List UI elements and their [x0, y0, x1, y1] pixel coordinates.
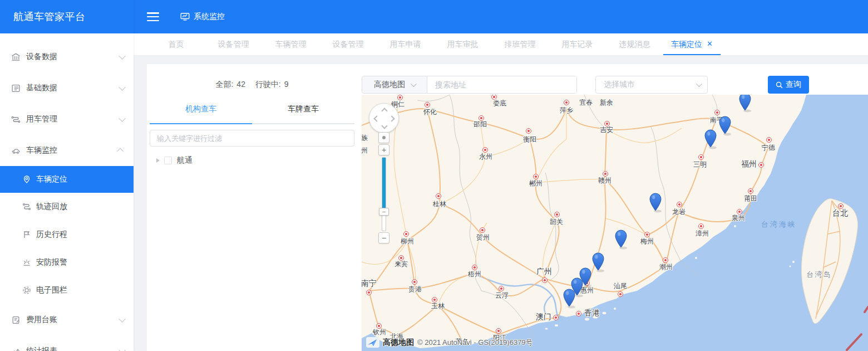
map-toolbar: 高德地图 选择城市 查询: [362, 76, 868, 94]
sidebar-item-label: 安防报警: [36, 257, 67, 267]
hamburger-menu-icon[interactable]: [147, 12, 159, 21]
main-area: 系统监控 首页设备管理车辆管理设备管理用车申请用车审批排班管理用车记录违规消息车…: [134, 0, 868, 351]
sidebar-item-history-trip[interactable]: 历史行程: [0, 221, 134, 248]
sidebar-item-track-replay[interactable]: 轨迹回放: [0, 193, 134, 221]
sidebar-item-label: 车辆监控: [26, 145, 119, 155]
tab-label: 设备管理: [333, 40, 364, 48]
list-icon: [11, 84, 21, 93]
app-root: 航通车管家平台 设备数据基础数据用车管理车辆监控车辆定位轨迹回放历史行程安防报警…: [0, 0, 868, 351]
sidebar-item-label: 用车管理: [26, 114, 119, 124]
tab-用车审批-5[interactable]: 用车审批: [434, 33, 491, 55]
tab-违规消息-8[interactable]: 违规消息: [606, 33, 663, 55]
vehicle-marker-pin[interactable]: [739, 95, 751, 113]
sidebar-item-vehicle-usage[interactable]: 用车管理: [0, 104, 134, 135]
sidebar-item-label: 基础数据: [26, 83, 119, 93]
sidebar-item-vehicle-monitor[interactable]: 车辆监控: [0, 135, 134, 166]
vehicle-marker-pin[interactable]: [564, 289, 575, 309]
chevron-down-icon: [119, 52, 126, 60]
chevron-down-icon: [119, 84, 126, 91]
map-zoom-out-button[interactable]: −: [378, 232, 389, 243]
flag-icon: [22, 230, 31, 239]
map-pan-control[interactable]: [369, 103, 399, 133]
tab-车辆管理-2[interactable]: 车辆管理: [262, 33, 319, 55]
route-icon: [11, 115, 21, 124]
map-column: 高德地图 选择城市 查询: [362, 64, 868, 351]
tab-label: 首页: [169, 40, 184, 48]
vehicle-panel: 全部:42 行驶中:9 机构查车车牌查车 航通: [147, 64, 362, 351]
chevron-down-icon: [119, 115, 126, 122]
sidebar-item-stat-report[interactable]: 统计报表: [0, 335, 134, 351]
vehicle-marker-pin[interactable]: [615, 230, 627, 250]
tab-label: 用车审批: [447, 40, 479, 48]
content-card: 全部:42 行驶中:9 机构查车车牌查车 航通 高德地图: [147, 64, 868, 351]
tab-label: 车辆定位: [671, 33, 702, 55]
alarm-icon: [22, 258, 31, 267]
panel-tabs: 机构查车车牌查车: [150, 104, 354, 124]
map-canvas[interactable]: 铜仁怀化娄底邵阳衡阳永州桂林贺州柳州萍乡宜春新余吉安赣州郴州韶关三明龙岩南平宁德…: [362, 95, 868, 351]
sidebar-item-label: 统计报表: [26, 346, 119, 351]
module-indicator: 系统监控: [180, 12, 225, 22]
chevron-down-icon: [696, 81, 702, 87]
amap-logo-icon[interactable]: [366, 337, 379, 348]
city-select[interactable]: 选择城市: [595, 76, 708, 94]
tab-label: 违规消息: [619, 40, 650, 48]
panel-tab-0[interactable]: 机构查车: [150, 104, 252, 123]
sidebar-item-label: 车辆定位: [36, 174, 67, 184]
sidebar-item-security-alarm[interactable]: 安防报警: [0, 248, 134, 276]
map-provider-value: 高德地图: [374, 80, 405, 90]
tab-排班管理-6[interactable]: 排班管理: [491, 33, 549, 55]
chart-icon: [11, 347, 21, 351]
tab-用车记录-7[interactable]: 用车记录: [549, 33, 606, 55]
map-brand-label[interactable]: 高德地图: [383, 338, 414, 348]
tree-expand-caret[interactable]: [156, 158, 160, 163]
map-locate-button[interactable]: [378, 132, 389, 143]
fence-icon: [22, 286, 31, 295]
vehicle-marker-pin[interactable]: [593, 253, 604, 272]
sidebar-item-device-data[interactable]: 设备数据: [0, 41, 134, 72]
tree-node-label: 航通: [177, 155, 193, 165]
map-provider-select[interactable]: 高德地图: [362, 76, 427, 93]
stats-all-label: 全部:: [215, 80, 233, 89]
map-zoom-in-button[interactable]: +: [378, 144, 389, 155]
tab-close-icon[interactable]: ✕: [707, 40, 713, 47]
vehicle-marker-pin[interactable]: [719, 116, 731, 136]
stats-all-value: 42: [236, 80, 245, 89]
keyword-filter-input[interactable]: [150, 130, 354, 147]
chevron-down-icon: [411, 81, 417, 87]
tab-车辆定位-9[interactable]: 车辆定位✕: [663, 33, 721, 55]
monitor-icon: [180, 12, 190, 21]
sidebar-item-geo-fence[interactable]: 电子围栏: [0, 276, 134, 304]
vehicle-marker-pin[interactable]: [705, 130, 717, 149]
panel-tab-1[interactable]: 车牌查车: [252, 104, 354, 123]
map-attribution: 高德地图 © 2021 AutoNavi - GS(2019)6379号: [366, 337, 533, 348]
stats-driving-value: 9: [284, 80, 289, 89]
tree-node[interactable]: 航通: [150, 153, 354, 168]
tree-node-checkbox[interactable]: [164, 157, 172, 164]
query-button-label: 查询: [786, 80, 801, 90]
vehicle-stats: 全部:42 行驶中:9: [150, 80, 354, 90]
sidebar-item-label: 费用台账: [26, 315, 119, 325]
tab-用车申请-4[interactable]: 用车申请: [377, 33, 434, 55]
tab-设备管理-3[interactable]: 设备管理: [319, 33, 377, 55]
sidebar-item-vehicle-locate[interactable]: 车辆定位: [0, 166, 134, 193]
tab-label: 设备管理: [218, 40, 249, 48]
chevron-down-icon: [119, 315, 126, 323]
tab-label: 车辆管理: [275, 40, 307, 48]
tab-首页-0[interactable]: 首页: [147, 33, 205, 55]
sidebar-item-label: 历史行程: [36, 230, 67, 240]
sidebar: 航通车管家平台 设备数据基础数据用车管理车辆监控车辆定位轨迹回放历史行程安防报警…: [0, 0, 134, 351]
sidebar-item-base-data[interactable]: 基础数据: [0, 72, 134, 104]
content: 全部:42 行驶中:9 机构查车车牌查车 航通 高德地图: [134, 56, 868, 351]
vehicle-marker-pin[interactable]: [650, 193, 662, 213]
topbar: 系统监控: [134, 0, 868, 33]
tab-设备管理-1[interactable]: 设备管理: [205, 33, 262, 55]
sidebar-item-expense-ledger[interactable]: 费用台账: [0, 304, 134, 335]
search-icon: [776, 81, 783, 89]
query-button[interactable]: 查询: [768, 76, 809, 94]
map-zoom-slider[interactable]: [382, 157, 386, 231]
org-tree: 航通: [150, 153, 354, 168]
bank-icon: [11, 52, 21, 62]
address-search-group: 高德地图: [362, 76, 577, 94]
map-zoom-slider-handle[interactable]: −: [379, 208, 389, 216]
address-search-input[interactable]: [427, 76, 576, 93]
